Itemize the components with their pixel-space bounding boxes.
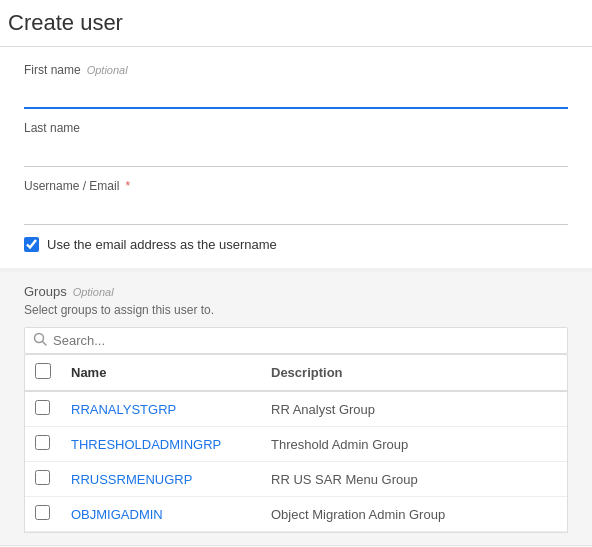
row-checkbox-cell <box>25 462 61 497</box>
first-name-label: First name Optional <box>24 63 568 77</box>
email-checkbox-row: Use the email address as the username <box>24 237 568 252</box>
groups-section: Groups Optional Select groups to assign … <box>0 272 592 354</box>
group-name-link[interactable]: RRUSSRMENUGRP <box>71 472 192 487</box>
table-row: OBJMIGADMINObject Migration Admin Group <box>25 497 567 532</box>
first-name-group: First name Optional <box>24 63 568 109</box>
groups-header: Groups Optional <box>24 284 568 299</box>
groups-title: Groups <box>24 284 67 299</box>
table-header-row: Name Description <box>25 355 567 391</box>
username-input[interactable] <box>24 197 568 225</box>
username-group: Username / Email * <box>24 179 568 225</box>
group-name-cell: RRANALYSTGRP <box>61 391 261 427</box>
user-form-section: First name Optional Last name Username /… <box>0 47 592 272</box>
svg-line-1 <box>43 342 47 346</box>
email-as-username-checkbox[interactable] <box>24 237 39 252</box>
table-row: RRUSSRMENUGRPRR US SAR Menu Group <box>25 462 567 497</box>
description-column-header: Description <box>261 355 567 391</box>
group-name-cell: THRESHOLDADMINGRP <box>61 427 261 462</box>
row-checkbox[interactable] <box>35 470 50 485</box>
group-name-link[interactable]: THRESHOLDADMINGRP <box>71 437 221 452</box>
groups-table: Name Description RRANALYSTGRPRR Analyst … <box>25 355 567 532</box>
select-all-checkbox[interactable] <box>35 363 51 379</box>
group-name-cell: RRUSSRMENUGRP <box>61 462 261 497</box>
group-description-cell: RR US SAR Menu Group <box>261 462 567 497</box>
email-checkbox-label: Use the email address as the username <box>47 237 277 252</box>
header-checkbox-cell <box>25 355 61 391</box>
groups-search-input[interactable] <box>53 333 559 348</box>
groups-search-box[interactable] <box>24 327 568 354</box>
groups-optional: Optional <box>73 286 114 298</box>
groups-table-container: Name Description RRANALYSTGRPRR Analyst … <box>24 354 568 533</box>
group-name-link[interactable]: OBJMIGADMIN <box>71 507 163 522</box>
last-name-label: Last name <box>24 121 568 135</box>
row-checkbox-cell <box>25 391 61 427</box>
group-description-cell: Threshold Admin Group <box>261 427 567 462</box>
row-checkbox-cell <box>25 497 61 532</box>
row-checkbox[interactable] <box>35 435 50 450</box>
last-name-group: Last name <box>24 121 568 167</box>
group-name-cell: OBJMIGADMIN <box>61 497 261 532</box>
group-description-cell: RR Analyst Group <box>261 391 567 427</box>
groups-table-wrapper: Name Description RRANALYSTGRPRR Analyst … <box>0 354 592 545</box>
last-name-input[interactable] <box>24 139 568 167</box>
row-checkbox-cell <box>25 427 61 462</box>
page-title: Create user <box>0 0 592 47</box>
row-checkbox[interactable] <box>35 505 50 520</box>
table-row: THRESHOLDADMINGRPThreshold Admin Group <box>25 427 567 462</box>
table-row: RRANALYSTGRPRR Analyst Group <box>25 391 567 427</box>
row-checkbox[interactable] <box>35 400 50 415</box>
group-name-link[interactable]: RRANALYSTGRP <box>71 402 176 417</box>
username-label: Username / Email * <box>24 179 568 193</box>
first-name-input[interactable] <box>24 81 568 109</box>
groups-subtitle: Select groups to assign this user to. <box>24 303 568 317</box>
search-icon <box>33 332 47 349</box>
name-column-header: Name <box>61 355 261 391</box>
required-indicator: * <box>125 179 130 193</box>
group-description-cell: Object Migration Admin Group <box>261 497 567 532</box>
